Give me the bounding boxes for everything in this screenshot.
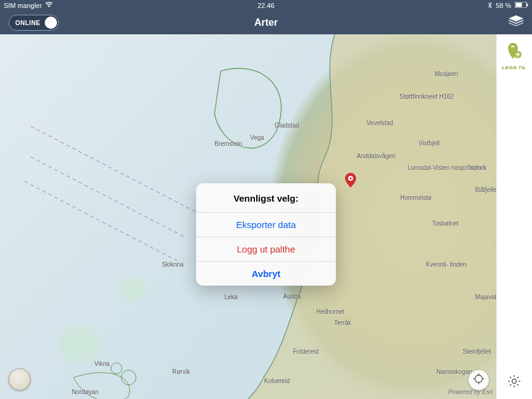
toggle-knob — [45, 17, 57, 29]
online-toggle[interactable]: ONLINE — [9, 15, 59, 31]
svg-rect-2 — [527, 4, 528, 6]
add-label: LEGG TIL — [502, 65, 526, 70]
status-time: 22.46 — [257, 2, 275, 9]
svg-rect-1 — [516, 3, 522, 7]
locate-button[interactable] — [468, 370, 489, 390]
cancel-button[interactable]: Avbryt — [196, 262, 336, 286]
svg-line-14 — [510, 384, 511, 386]
status-right: 58 % — [488, 2, 528, 10]
map-attribution: Powered by Esri — [448, 389, 493, 395]
carrier-text: SIM mangler — [4, 2, 42, 9]
gear-icon — [507, 379, 521, 390]
action-sheet: Vennligst velg: Eksporter data Logg ut p… — [196, 183, 336, 286]
svg-point-7 — [512, 379, 517, 384]
status-left: SIM mangler — [4, 2, 53, 9]
logout-button[interactable]: Logg ut palthe — [196, 237, 336, 262]
wifi-icon — [45, 2, 53, 9]
add-button[interactable]: LEGG TIL — [502, 42, 526, 70]
add-marker-icon — [506, 42, 522, 63]
svg-line-12 — [510, 377, 511, 378]
toggle-label: ONLINE — [15, 20, 40, 26]
page-title: Arter — [254, 17, 278, 28]
svg-line-15 — [517, 377, 519, 378]
layers-icon[interactable] — [509, 15, 523, 30]
battery-text: 58 % — [496, 2, 511, 9]
nav-bar: ONLINE Arter — [0, 11, 532, 34]
dialog-title: Vennligst velg: — [196, 183, 336, 213]
compass-button[interactable] — [9, 368, 31, 390]
side-panel: LEGG TIL — [496, 34, 532, 399]
crosshair-icon — [473, 373, 484, 387]
svg-line-13 — [517, 384, 519, 386]
bluetooth-icon — [488, 2, 492, 10]
status-bar: SIM mangler 22.46 58 % — [0, 0, 532, 11]
svg-point-16 — [475, 375, 482, 382]
battery-icon — [515, 2, 528, 9]
svg-point-4 — [111, 363, 122, 374]
export-data-button[interactable]: Eksporter data — [196, 213, 336, 237]
settings-button[interactable] — [507, 374, 521, 390]
map-marker[interactable] — [345, 173, 356, 188]
svg-point-3 — [121, 370, 136, 385]
map-area[interactable]: MosjøenStøttfinnkneet H162VevelstadGlads… — [0, 34, 532, 399]
